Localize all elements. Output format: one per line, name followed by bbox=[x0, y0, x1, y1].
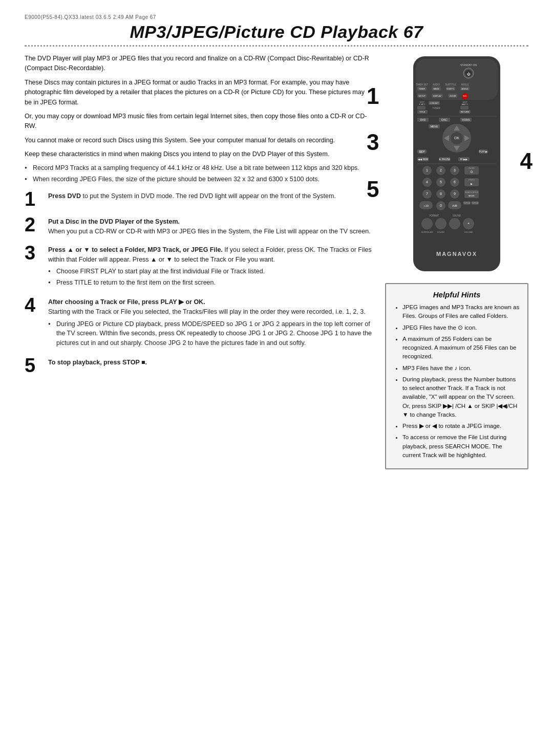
svg-text:6: 6 bbox=[454, 180, 456, 184]
svg-text:P/NTV: P/NTV bbox=[469, 179, 475, 181]
step-2-body: When you put a CD-RW or CD-R with MP3 or… bbox=[48, 228, 371, 235]
hints-list: JPEG images and MP3 Tracks are known as … bbox=[393, 303, 520, 460]
svg-text:BAND: BAND bbox=[433, 88, 439, 90]
step-4-body: Starting with the Track or File you sele… bbox=[48, 308, 366, 315]
intro-bullet-list: Record MP3 Tracks at a sampling frequenc… bbox=[25, 163, 373, 184]
svg-text:SURROUND: SURROUND bbox=[421, 231, 433, 233]
hint-item-5: During playback, press the Number button… bbox=[402, 375, 520, 419]
svg-text:REC: REC bbox=[463, 95, 467, 97]
hint-item-6: Press ▶ or ◀ to rotate a JPEG image. bbox=[402, 422, 520, 430]
svg-rect-1 bbox=[416, 59, 498, 100]
svg-text:REPEAT: REPEAT bbox=[463, 202, 471, 204]
intro-bullet-1: Record MP3 Tracks at a sampling frequenc… bbox=[25, 163, 373, 173]
hint-item-3: A maximum of 255 Folders can be recogniz… bbox=[402, 335, 520, 361]
step-5-title: To stop playback, press STOP ■. bbox=[48, 359, 147, 366]
svg-point-108 bbox=[449, 218, 460, 229]
file-header: E9000(P55-84).QX33.latest 03.6.5 2:49 AM… bbox=[25, 14, 528, 20]
svg-rect-30 bbox=[417, 106, 426, 110]
svg-text:ANGLE: ANGLE bbox=[461, 88, 469, 90]
svg-text:FORMAT: FORMAT bbox=[430, 214, 439, 217]
svg-text:ZOOM: ZOOM bbox=[450, 95, 456, 97]
step-3-bullets: Choose FIRST PLAY to start play at the f… bbox=[48, 267, 373, 288]
step-2-number: 2 bbox=[25, 215, 43, 234]
svg-text:ANGLE: ANGLE bbox=[461, 83, 469, 86]
step-3-bullet-1: Choose FIRST PLAY to start play at the f… bbox=[48, 267, 373, 276]
step-1-title: Press DVD bbox=[48, 192, 81, 200]
step-2-content: Put a Disc in the DVD Player of the Syst… bbox=[48, 217, 373, 237]
step-4-title: After choosing a Track or File, press PL… bbox=[48, 298, 205, 306]
svg-text:▼◀CH: ▼◀CH bbox=[419, 103, 426, 105]
svg-text:7: 7 bbox=[426, 192, 428, 196]
svg-text:0: 0 bbox=[440, 204, 442, 207]
svg-text:1: 1 bbox=[426, 168, 428, 172]
svg-text:+: + bbox=[467, 221, 470, 226]
svg-text:AUDIO: AUDIO bbox=[433, 83, 440, 86]
svg-text:+10: +10 bbox=[423, 204, 429, 207]
hint-item-1: JPEG images and MP3 Tracks are known as … bbox=[402, 303, 520, 321]
svg-text:4: 4 bbox=[426, 180, 428, 184]
step-4-bullet-1: During JPEG or Picture CD playback, pres… bbox=[48, 319, 373, 348]
svg-text:PLAY ▶: PLAY ▶ bbox=[479, 150, 487, 153]
svg-text:VOLUME: VOLUME bbox=[464, 231, 473, 233]
svg-text:DISPLAY: DISPLAY bbox=[433, 95, 442, 97]
step-2-title: Put a Disc in the DVD Player of the Syst… bbox=[48, 218, 180, 225]
svg-text:▶▶|CH: ▶▶|CH bbox=[462, 103, 469, 105]
step-3-title: Press ▲ or ▼ to select a Folder, MP3 Tra… bbox=[48, 246, 223, 253]
svg-text:SEARCH MODE: SEARCH MODE bbox=[465, 191, 479, 193]
hints-title: Helpful Hints bbox=[393, 290, 520, 299]
intro-bullet-2: When recording JPEG Files, the size of t… bbox=[25, 175, 373, 184]
overlay-step-1: 1 bbox=[367, 83, 379, 109]
svg-text:OK: OK bbox=[454, 136, 459, 140]
intro-p5: Keep these characteristics in mind when … bbox=[25, 149, 373, 159]
step-2: 2 Put a Disc in the DVD Player of the Sy… bbox=[25, 217, 373, 237]
svg-text:SETUP: SETUP bbox=[418, 95, 426, 97]
svg-point-107 bbox=[435, 218, 446, 229]
svg-rect-57 bbox=[419, 150, 422, 153]
svg-text:SOUND: SOUND bbox=[437, 231, 445, 233]
svg-text:STANDBY·ON: STANDBY·ON bbox=[460, 63, 477, 67]
dot-divider bbox=[25, 45, 528, 47]
intro-p3: Or, you may copy or download MP3 music f… bbox=[25, 112, 373, 132]
svg-text:TIMER: TIMER bbox=[419, 88, 426, 90]
svg-text:⏻: ⏻ bbox=[467, 72, 471, 76]
page: E9000(P55-84).QX33.latest 03.6.5 2:49 AM… bbox=[0, 0, 553, 756]
svg-text:TUNER: TUNER bbox=[432, 107, 440, 110]
svg-text:C·RESET: C·RESET bbox=[430, 102, 439, 104]
svg-text:DISC: DISC bbox=[441, 118, 448, 121]
svg-text:SOUND: SOUND bbox=[453, 214, 461, 217]
svg-text:SUBTTL: SUBTTL bbox=[446, 88, 455, 90]
svg-point-106 bbox=[421, 218, 433, 229]
svg-text:8: 8 bbox=[440, 192, 442, 196]
step-5-content: To stop playback, press STOP ■. bbox=[48, 358, 373, 368]
svg-text:⏸ PAUSE: ⏸ PAUSE bbox=[439, 158, 451, 161]
step-3-content: Press ▲ or ▼ to select a Folder, MP3 Tra… bbox=[48, 245, 373, 289]
remote-image-wrap: 1 3 4 5 STANDBY·ON ⏻ TIM bbox=[385, 54, 528, 274]
svg-text:SUBTITLE: SUBTITLE bbox=[445, 83, 456, 86]
step-5-number: 5 bbox=[25, 356, 43, 375]
svg-text:REPEAT: REPEAT bbox=[472, 202, 479, 204]
svg-text:2: 2 bbox=[440, 168, 442, 172]
step-5: 5 To stop playback, press STOP ■. bbox=[25, 358, 373, 375]
overlay-step-4: 4 bbox=[520, 148, 533, 174]
step-1: 1 Press DVD to put the System in DVD mod… bbox=[25, 191, 373, 209]
svg-text:9: 9 bbox=[454, 192, 456, 196]
svg-text:FF ▶▶: FF ▶▶ bbox=[460, 158, 468, 161]
svg-text:DVD: DVD bbox=[420, 118, 426, 121]
hint-item-2: JPEG Files have the ⊙ icon. bbox=[402, 323, 520, 332]
intro-paragraphs: The DVD Player will play MP3 or JPEG fil… bbox=[25, 54, 373, 159]
svg-text:VCR/A: VCR/A bbox=[462, 118, 470, 121]
svg-text:A/B: A/B bbox=[452, 204, 457, 207]
step-4-content: After choosing a Track or File, press PL… bbox=[48, 297, 373, 350]
steps-section: 1 Press DVD to put the System in DVD mod… bbox=[25, 191, 373, 350]
svg-text:MENU: MENU bbox=[431, 125, 438, 128]
right-column: 1 3 4 5 STANDBY·ON ⏻ TIM bbox=[385, 54, 528, 469]
svg-text:5: 5 bbox=[440, 180, 442, 184]
svg-text:MODE: MODE bbox=[469, 195, 475, 197]
intro-p2: These Discs may contain pictures in a JP… bbox=[25, 78, 373, 107]
helpful-hints-box: Helpful Hints JPEG images and MP3 Tracks… bbox=[385, 283, 528, 469]
page-title: MP3/JPEG/Picture CD Playback 67 bbox=[25, 22, 528, 42]
step-1-content: Press DVD to put the System in DVD mode.… bbox=[48, 191, 373, 201]
step-4-number: 4 bbox=[25, 295, 43, 315]
svg-text:RETURN: RETURN bbox=[461, 111, 470, 113]
left-column: The DVD Player will play MP3 or JPEG fil… bbox=[25, 54, 373, 469]
